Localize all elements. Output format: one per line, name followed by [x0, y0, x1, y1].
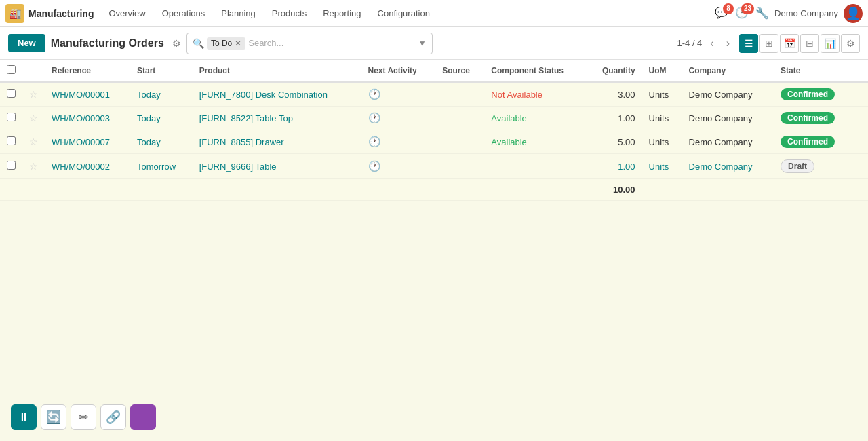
row-select-checkbox-2[interactable]	[7, 136, 16, 145]
table-container: Reference Start Product Next Activity So…	[0, 60, 868, 201]
row-select-checkbox-0[interactable]	[7, 89, 16, 98]
header-reference[interactable]: Reference	[45, 60, 130, 82]
messages-count: 8	[723, 3, 734, 14]
nav-planning[interactable]: Planning	[214, 5, 262, 21]
row-company-3: Demo Company	[682, 154, 774, 179]
header-uom[interactable]: UoM	[642, 60, 682, 82]
header-quantity[interactable]: Quantity	[587, 60, 642, 82]
row-state-0: Confirmed	[774, 82, 854, 107]
reference-link-2[interactable]: WH/MO/00007	[52, 137, 110, 147]
row-next-activity-0[interactable]: 🕐	[361, 82, 436, 107]
row-reference-0[interactable]: WH/MO/00001	[45, 82, 130, 107]
row-next-activity-3[interactable]: 🕐	[361, 154, 436, 179]
settings-icon[interactable]: ⚙	[172, 38, 181, 49]
pagination-next[interactable]: ›	[722, 36, 734, 51]
row-product-2[interactable]: [FURN_8855] Drawer	[193, 130, 361, 154]
row-star-1[interactable]: ☆	[22, 107, 45, 130]
search-dropdown-icon[interactable]: ▼	[418, 39, 427, 48]
row-product-3[interactable]: [FURN_9666] Table	[193, 154, 361, 179]
user-avatar[interactable]: 👤	[844, 4, 863, 23]
row-product-0[interactable]: [FURN_7800] Desk Combination	[193, 82, 361, 107]
product-link-1[interactable]: [FURN_8522] Table Top	[199, 113, 293, 123]
view-calendar[interactable]: 📅	[780, 34, 799, 53]
clock-icon-2[interactable]: 🕐	[368, 136, 381, 147]
top-navigation: 🏭 Manufacturing Overview Operations Plan…	[0, 0, 868, 27]
header-source[interactable]: Source	[435, 60, 484, 82]
row-product-1[interactable]: [FURN_8522] Table Top	[193, 107, 361, 130]
component-status-1: Available	[491, 113, 527, 123]
star-icon-1[interactable]: ☆	[29, 113, 38, 123]
row-star-3[interactable]: ☆	[22, 154, 45, 179]
row-quantity-1: 1.00	[587, 107, 642, 130]
view-settings[interactable]: ⚙	[841, 34, 860, 53]
activity-badge[interactable]: 🕐 23	[735, 6, 750, 21]
star-icon-0[interactable]: ☆	[29, 89, 38, 100]
row-component-status-1: Available	[484, 107, 587, 130]
product-link-0[interactable]: [FURN_7800] Desk Combination	[199, 90, 328, 100]
start-date-0: Today	[137, 90, 161, 100]
nav-products[interactable]: Products	[265, 5, 313, 21]
header-state[interactable]: State	[774, 60, 854, 82]
reference-link-0[interactable]: WH/MO/00001	[52, 90, 110, 100]
clock-icon-0[interactable]: 🕐	[368, 88, 381, 100]
state-badge-0: Confirmed	[781, 88, 835, 100]
row-select-checkbox-3[interactable]	[7, 161, 16, 170]
view-kanban[interactable]: ⊞	[760, 34, 778, 53]
header-start[interactable]: Start	[130, 60, 193, 82]
filter-tag-label: To Do	[211, 39, 232, 48]
row-checkbox[interactable]	[0, 107, 22, 130]
nav-configuration[interactable]: Configuration	[371, 5, 437, 21]
product-link-2[interactable]: [FURN_8855] Drawer	[199, 137, 284, 147]
row-checkbox[interactable]	[0, 82, 22, 107]
header-checkbox[interactable]	[0, 60, 22, 82]
nav-overview[interactable]: Overview	[102, 5, 152, 21]
header-component-status[interactable]: Component Status	[484, 60, 587, 82]
row-reference-2[interactable]: WH/MO/00007	[45, 130, 130, 154]
pagination-prev[interactable]: ‹	[706, 36, 717, 51]
wrench-icon[interactable]: 🔧	[755, 7, 769, 20]
row-select-checkbox-1[interactable]	[7, 113, 16, 121]
nav-reporting[interactable]: Reporting	[316, 5, 368, 21]
row-reference-1[interactable]: WH/MO/00003	[45, 107, 130, 130]
row-state-2: Confirmed	[774, 130, 854, 154]
view-chart[interactable]: 📊	[821, 34, 840, 53]
clock-icon-3[interactable]: 🕐	[368, 160, 381, 172]
avatar-icon: 👤	[846, 6, 861, 21]
filter-tag-todo[interactable]: To Do ✕	[207, 37, 245, 50]
row-source-1	[435, 107, 484, 130]
view-list[interactable]: ☰	[739, 34, 758, 53]
filter-tag-remove[interactable]: ✕	[235, 39, 241, 48]
sub-toolbar: New Manufacturing Orders ⚙ 🔍 To Do ✕ ▼ 1…	[0, 27, 868, 60]
total-quantity: 10.00	[587, 179, 642, 201]
nav-operations[interactable]: Operations	[155, 5, 212, 21]
clock-icon-1[interactable]: 🕐	[368, 112, 381, 123]
row-state-1: Confirmed	[774, 107, 854, 130]
view-pivot[interactable]: ⊟	[800, 34, 819, 53]
row-checkbox[interactable]	[0, 130, 22, 154]
row-star-2[interactable]: ☆	[22, 130, 45, 154]
select-all-checkbox[interactable]	[7, 65, 16, 74]
company-name[interactable]: Demo Company	[774, 8, 838, 18]
row-next-activity-1[interactable]: 🕐	[361, 107, 436, 130]
row-next-activity-2[interactable]: 🕐	[361, 130, 436, 154]
reference-link-3[interactable]: WH/MO/00002	[52, 161, 110, 172]
messages-badge[interactable]: 💬 8	[715, 6, 730, 21]
reference-link-1[interactable]: WH/MO/00003	[52, 113, 110, 123]
app-logo[interactable]: 🏭 Manufacturing	[5, 4, 94, 23]
state-badge-2: Confirmed	[781, 136, 835, 148]
row-star-0[interactable]: ☆	[22, 82, 45, 107]
search-input[interactable]	[248, 38, 416, 48]
row-reference-3[interactable]: WH/MO/00002	[45, 154, 130, 179]
star-icon-3[interactable]: ☆	[29, 161, 38, 172]
new-button[interactable]: New	[8, 34, 45, 52]
pagination-text: 1-4 / 4	[677, 38, 703, 48]
header-product[interactable]: Product	[193, 60, 361, 82]
nav-right: 💬 8 🕐 23 🔧 Demo Company 👤	[715, 4, 863, 23]
header-company[interactable]: Company	[682, 60, 774, 82]
star-icon-2[interactable]: ☆	[29, 136, 38, 147]
product-link-3[interactable]: [FURN_9666] Table	[199, 161, 277, 172]
header-next-activity[interactable]: Next Activity	[361, 60, 436, 82]
app-name: Manufacturing	[28, 8, 94, 19]
row-checkbox[interactable]	[0, 154, 22, 179]
start-date-2: Today	[137, 137, 161, 147]
